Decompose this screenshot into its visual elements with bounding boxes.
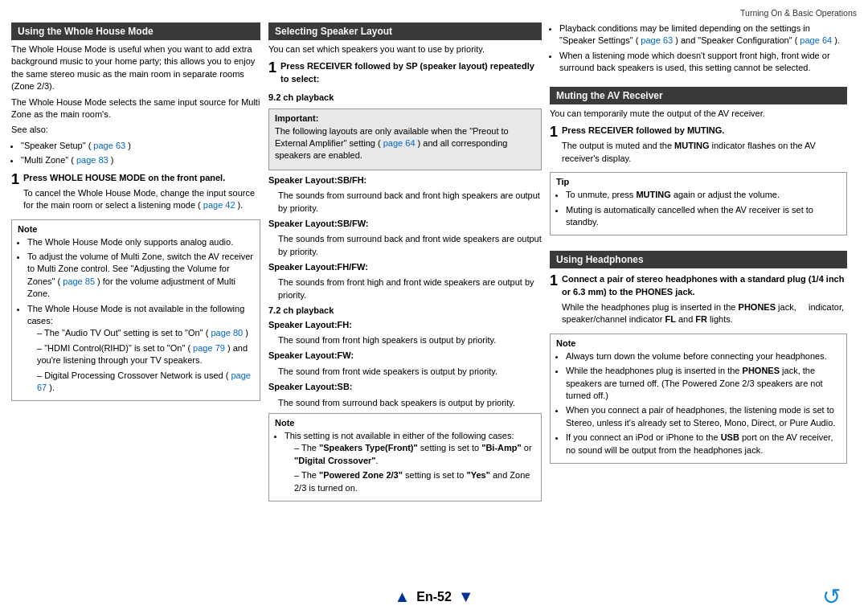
step1-number-headphones: 1 <box>550 273 558 288</box>
headphones-section: Using Headphones 1 Connect a pair of ste… <box>550 251 847 468</box>
layout-sb-fh-text: The sounds from surround back and front … <box>268 190 542 215</box>
layout-sb-fw-label: Speaker Layout:SB/FW: <box>268 218 542 230</box>
whole-house-para2: The Whole House Mode selects the same in… <box>11 96 260 121</box>
note-box-headphones: Note Always turn down the volume before … <box>550 334 847 464</box>
tip-label: Tip <box>556 177 841 186</box>
page: Turning On & Basic Operations Using the … <box>0 0 868 614</box>
muting-detail: The output is muted and the MUTING indic… <box>562 140 847 165</box>
page64-link2[interactable]: page 64 <box>800 35 832 45</box>
hp-note1: Always turn down the volume before conne… <box>566 350 841 362</box>
speaker-layout-intro: You can set which speakers you want to u… <box>268 43 542 55</box>
step1-detail: To cancel the Whole House Mode, change t… <box>23 187 260 212</box>
speaker-note-item1: This setting is not available in either … <box>285 430 535 494</box>
see-also-item2: "Multi Zone" ( page 83 ) <box>21 154 260 166</box>
step1-number-mid: 1 <box>268 60 276 75</box>
page-section-label: Turning On & Basic Operations <box>11 8 857 18</box>
middle-column: Selecting Speaker Layout You can set whi… <box>268 23 542 581</box>
page64-link[interactable]: page 64 <box>383 138 416 148</box>
step1-number-muting: 1 <box>550 125 558 139</box>
page63-link[interactable]: page 63 <box>641 35 673 45</box>
note-box-whole-house: Note The Whole House Mode only supports … <box>11 219 260 402</box>
layout-fw-text: The sound from front wide speakers is ou… <box>268 366 542 378</box>
step1-instruction: Press WHOLE HOUSE MODE on the front pane… <box>23 172 260 184</box>
step1-whole-house: 1 Press WHOLE HOUSE MODE on the front pa… <box>11 172 260 215</box>
page-footer: ▲ En-52 ▼ ↺ <box>11 587 857 606</box>
important-label: Important: <box>275 113 535 123</box>
see-also-label: See also: <box>11 124 260 136</box>
tip-item1: To unmute, press MUTING again or adjust … <box>566 189 841 201</box>
speaker-dash-list: The "Speakers Type(Front)" setting is se… <box>285 442 535 494</box>
tip-box: Tip To unmute, press MUTING again or adj… <box>550 172 847 235</box>
whole-house-mode-section: Using the Whole House Mode The Whole Hou… <box>11 23 260 405</box>
layout-sb-fw-text: The sounds from surround back and front … <box>268 233 542 258</box>
note-item2: To adjust the volume of Multi Zone, swit… <box>27 251 254 301</box>
whole-house-para1: The Whole House Mode is useful when you … <box>11 43 260 93</box>
step1-number: 1 <box>11 172 19 186</box>
page80-link[interactable]: page 80 <box>211 328 243 338</box>
step1-muting: 1 Press RECEIVER followed by MUTING. The… <box>550 125 847 168</box>
layout-sb-text: The sound from surround back speakers is… <box>268 397 542 409</box>
step1-speaker: 1 Press RECEIVER followed by SP (speaker… <box>268 60 542 88</box>
selecting-speaker-layout-section: Selecting Speaker Layout You can set whi… <box>268 23 542 506</box>
step1-content: Press WHOLE HOUSE MODE on the front pane… <box>23 172 260 215</box>
hp-note2: While the headphones plug is inserted in… <box>566 365 841 402</box>
top-right-bullets: Playback conditions may be limited depen… <box>550 23 847 77</box>
note-label-headphones: Note <box>556 338 841 348</box>
speaker-dash2: The "Powered Zone 2/3" setting is set to… <box>294 469 535 494</box>
dash-item1: The "Audio TV Out" setting is set to "On… <box>37 327 254 339</box>
dash-list: The "Audio TV Out" setting is set to "On… <box>27 327 254 394</box>
step1-headphones-content: Connect a pair of stereo headphones with… <box>562 273 847 330</box>
important-box: Important: The following layouts are onl… <box>268 108 542 170</box>
layout-fh-fw-label: Speaker Layout:FH/FW: <box>268 261 542 273</box>
layout-fh-fw-text: The sounds from front high and front wid… <box>268 276 542 301</box>
speaker-layout-header: Selecting Speaker Layout <box>268 23 542 40</box>
right-column: Playback conditions may be limited depen… <box>550 23 847 581</box>
note-label: Note <box>18 224 254 234</box>
note-list: The Whole House Mode only supports analo… <box>18 236 254 395</box>
down-arrow[interactable]: ▼ <box>458 587 474 606</box>
layout-sb-label: Speaker Layout:SB: <box>268 381 542 393</box>
92ch-heading: 9.2 ch playback <box>268 92 542 104</box>
muting-intro: You can temporarily mute the output of t… <box>550 108 847 120</box>
back-button[interactable]: ↺ <box>822 583 841 610</box>
important-text: The following layouts are only available… <box>275 125 535 162</box>
headphones-instruction: Connect a pair of stereo headphones with… <box>562 273 847 298</box>
up-arrow[interactable]: ▲ <box>394 587 410 606</box>
tip-list: To unmute, press MUTING again or adjust … <box>556 189 841 228</box>
page42-link[interactable]: page 42 <box>203 200 235 210</box>
speaker-setup-link[interactable]: page 63 <box>93 141 125 150</box>
speaker-dash1: The "Speakers Type(Front)" setting is se… <box>294 442 535 467</box>
step1-speaker-content: Press RECEIVER followed by SP (speaker l… <box>280 60 542 88</box>
layout-fh-label: Speaker Layout:FH: <box>268 319 542 331</box>
top-bullet1: Playback conditions may be limited depen… <box>559 23 847 47</box>
page-number: En-52 <box>416 590 452 604</box>
hp-note4: If you connect an iPod or iPhone to the … <box>566 432 841 456</box>
tip-item2: Muting is automatically cancelled when t… <box>566 204 841 229</box>
page85-link[interactable]: page 85 <box>63 276 95 286</box>
hp-note3: When you connect a pair of headphones, t… <box>566 404 841 429</box>
note-label-speaker: Note <box>275 418 535 428</box>
headphones-note-list: Always turn down the volume before conne… <box>556 350 841 456</box>
note-box-speaker: Note This setting is not available in ei… <box>268 413 542 501</box>
muting-header: Muting the AV Receiver <box>550 87 847 104</box>
section-title-label: Turning On & Basic Operations <box>740 8 857 18</box>
note-item1: The Whole House Mode only supports analo… <box>27 236 254 248</box>
step1-muting-content: Press RECEIVER followed by MUTING. The o… <box>562 125 847 168</box>
multi-zone-link[interactable]: page 83 <box>76 155 108 165</box>
speaker-note-list: This setting is not available in either … <box>275 430 535 494</box>
dash-item3: Digital Processing Crossover Network is … <box>37 370 254 395</box>
see-also-list: "Speaker Setup" ( page 63 ) "Multi Zone"… <box>11 140 260 167</box>
layout-sb-fh-label: Speaker Layout:SB/FH: <box>268 174 542 186</box>
page67-link[interactable]: page 67 <box>37 370 251 392</box>
step1-headphones: 1 Connect a pair of stereo headphones wi… <box>550 273 847 330</box>
headphones-detail: While the headphones plug is inserted in… <box>562 301 847 326</box>
muting-instruction: Press RECEIVER followed by MUTING. <box>562 125 847 137</box>
left-column: Using the Whole House Mode The Whole Hou… <box>11 23 260 581</box>
dash-item2: "HDMI Control(RIHD)" is set to "On" ( pa… <box>37 342 254 367</box>
headphones-header: Using Headphones <box>550 251 847 268</box>
layout-fh-text: The sound from front high speakers is ou… <box>268 334 542 346</box>
page79-link[interactable]: page 79 <box>193 343 225 353</box>
muting-section: Muting the AV Receiver You can temporari… <box>550 87 847 240</box>
note-item3: The Whole House Mode is not available in… <box>27 303 254 395</box>
72ch-heading: 7.2 ch playback <box>268 305 542 317</box>
